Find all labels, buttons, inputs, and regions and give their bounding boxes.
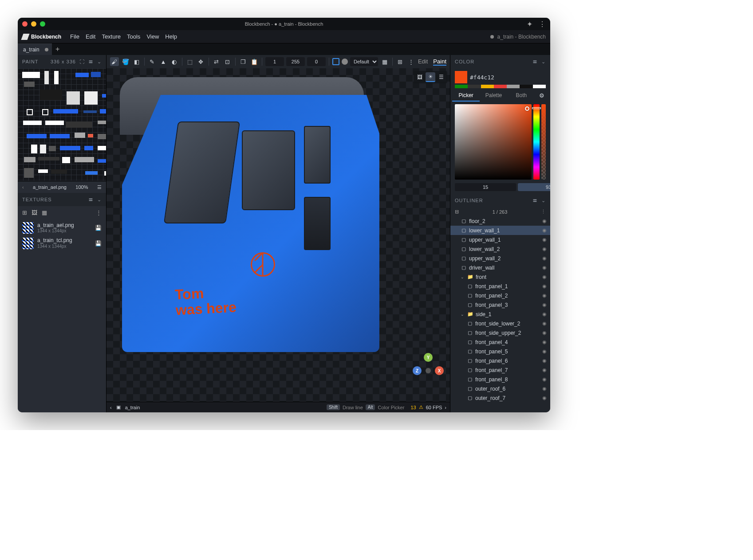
menu-view[interactable]: View bbox=[146, 33, 159, 40]
extension-icon[interactable]: ✦ bbox=[527, 20, 532, 28]
visibility-icon[interactable]: ◉ bbox=[542, 330, 547, 336]
color-tab-picker[interactable]: Picker bbox=[452, 90, 480, 102]
gizmo-y-icon[interactable]: Y bbox=[424, 353, 433, 362]
brush-tool-icon[interactable]: 🖌 bbox=[110, 57, 119, 66]
outliner-item[interactable]: ▢front_panel_1◉ bbox=[450, 282, 550, 291]
outliner-item[interactable]: ▢front_panel_6◉ bbox=[450, 356, 550, 365]
pixel-grid-icon[interactable]: ▦ bbox=[380, 57, 389, 66]
chevron-down-icon[interactable]: ⌄ bbox=[97, 197, 102, 203]
visibility-icon[interactable]: ◉ bbox=[542, 367, 547, 373]
visibility-icon[interactable]: ◉ bbox=[542, 311, 547, 317]
visibility-icon[interactable]: ◉ bbox=[542, 395, 547, 401]
save-icon[interactable]: 💾 bbox=[95, 225, 102, 231]
outliner-item[interactable]: ▢front_side_upper_2◉ bbox=[450, 328, 550, 337]
save-icon[interactable]: 💾 bbox=[95, 240, 102, 247]
visibility-icon[interactable]: ◉ bbox=[542, 321, 547, 326]
menu-texture[interactable]: Texture bbox=[102, 33, 121, 40]
texture-more-icon[interactable]: ⋮ bbox=[96, 209, 102, 216]
color-settings-icon[interactable]: ⚙ bbox=[535, 90, 548, 102]
outliner-more-icon[interactable]: ⋮ bbox=[541, 209, 546, 215]
blend-circle-icon[interactable] bbox=[342, 59, 348, 65]
visibility-icon[interactable]: ◉ bbox=[542, 246, 547, 252]
visibility-icon[interactable]: ◉ bbox=[542, 274, 547, 280]
maximize-button[interactable] bbox=[40, 21, 45, 27]
app-logo[interactable]: Blockbench bbox=[22, 34, 61, 40]
visibility-icon[interactable]: ◉ bbox=[542, 293, 547, 298]
eraser-tool-icon[interactable]: ◧ bbox=[132, 57, 141, 66]
minimize-button[interactable] bbox=[31, 21, 36, 27]
menu-file[interactable]: File bbox=[70, 33, 79, 40]
view-shading-icon[interactable]: ☀ bbox=[426, 72, 435, 82]
tab-a-train[interactable]: a_train bbox=[18, 43, 52, 55]
outliner-item[interactable]: ▢front_panel_8◉ bbox=[450, 375, 550, 384]
color-tab-both[interactable]: Both bbox=[508, 90, 535, 102]
swatch[interactable] bbox=[507, 85, 520, 88]
outliner-item[interactable]: ▢front_side_lower_2◉ bbox=[450, 319, 550, 328]
uv-list-icon[interactable]: ☰ bbox=[97, 184, 102, 190]
visibility-icon[interactable]: ◉ bbox=[542, 302, 547, 308]
color-hue-slider[interactable] bbox=[533, 104, 540, 180]
color-tab-palette[interactable]: Palette bbox=[480, 90, 507, 102]
texture-item[interactable]: a_train_ael.png 1344 x 1344px 💾 bbox=[18, 220, 106, 235]
outliner-item[interactable]: ▢upper_wall_1◉ bbox=[450, 235, 550, 244]
swatch[interactable] bbox=[520, 85, 532, 88]
outliner-item[interactable]: ⌄📁front◉ bbox=[450, 272, 550, 282]
color-alpha-slider[interactable] bbox=[541, 104, 546, 180]
outliner-item[interactable]: ▢upper_wall_2◉ bbox=[450, 254, 550, 263]
gizmo-z-icon[interactable]: Z bbox=[413, 366, 422, 375]
move-tool-icon[interactable]: ✥ bbox=[197, 57, 205, 66]
swatch[interactable] bbox=[455, 85, 468, 88]
color-swatch-main[interactable] bbox=[455, 71, 467, 83]
copy-tool-icon[interactable]: ❐ bbox=[239, 57, 248, 66]
select-tool-icon[interactable]: ⬚ bbox=[185, 57, 194, 66]
outliner-item[interactable]: ▢front_panel_2◉ bbox=[450, 291, 550, 300]
nav-forward-icon[interactable]: › bbox=[445, 405, 446, 410]
tab-dirty-icon[interactable] bbox=[45, 48, 48, 51]
warning-count[interactable]: 13 bbox=[410, 405, 416, 410]
add-texture-icon[interactable]: ⊞ bbox=[22, 209, 27, 216]
visibility-icon[interactable]: ◉ bbox=[542, 386, 547, 392]
visibility-icon[interactable]: ◉ bbox=[542, 376, 547, 382]
outliner-item[interactable]: ⌄📁side_1◉ bbox=[450, 309, 550, 319]
menu-help[interactable]: Help bbox=[165, 33, 177, 40]
outliner-item[interactable]: ▢front_panel_4◉ bbox=[450, 337, 550, 347]
shape-tool-icon[interactable]: ▲ bbox=[159, 57, 168, 66]
visibility-icon[interactable]: ◉ bbox=[542, 265, 547, 270]
mirror-tool-icon[interactable]: ⇄ bbox=[212, 57, 221, 66]
hue-input[interactable] bbox=[455, 183, 516, 191]
more-icon[interactable]: ⋮ bbox=[539, 20, 546, 28]
visibility-icon[interactable]: ◉ bbox=[542, 349, 547, 354]
swatch[interactable] bbox=[468, 85, 481, 88]
view-settings-icon[interactable]: ☰ bbox=[436, 72, 446, 82]
view-image-icon[interactable]: 🖼 bbox=[415, 72, 425, 82]
texture-item[interactable]: a_train_tcl.png 1344 x 1344px 💾 bbox=[18, 235, 106, 251]
blend-square-icon[interactable] bbox=[332, 58, 339, 65]
gizmo-center-icon[interactable] bbox=[426, 368, 431, 373]
uv-editor[interactable] bbox=[18, 68, 106, 181]
outliner-item[interactable]: ▢outer_roof_7◉ bbox=[450, 393, 550, 403]
chevron-down-icon[interactable]: ⌄ bbox=[541, 198, 546, 204]
outliner-item[interactable]: ▢lower_wall_2◉ bbox=[450, 244, 550, 254]
expand-icon[interactable]: ⌄ bbox=[461, 275, 465, 279]
warning-icon[interactable]: ⚠ bbox=[419, 404, 423, 410]
visibility-icon[interactable]: ◉ bbox=[542, 237, 547, 243]
swatch[interactable] bbox=[481, 85, 494, 88]
outliner-item[interactable]: ▢front_panel_7◉ bbox=[450, 365, 550, 375]
visibility-icon[interactable]: ◉ bbox=[542, 339, 547, 345]
orientation-gizmo[interactable]: Y X Z bbox=[413, 353, 444, 384]
panel-options-icon[interactable]: 〓 bbox=[532, 197, 538, 204]
visibility-icon[interactable]: ◉ bbox=[542, 283, 547, 289]
uv-prev-icon[interactable]: ‹ bbox=[22, 184, 24, 190]
visibility-icon[interactable]: ◉ bbox=[542, 358, 547, 364]
outliner-item[interactable]: ▢front_panel_5◉ bbox=[450, 347, 550, 356]
panel-options-icon[interactable]: 〓 bbox=[532, 59, 538, 65]
grid-view-icon[interactable]: ▦ bbox=[42, 209, 47, 216]
outliner-item[interactable]: ▢driver_wall◉ bbox=[450, 263, 550, 272]
menu-edit[interactable]: Edit bbox=[86, 33, 95, 40]
lock-tool-icon[interactable]: ⊡ bbox=[223, 57, 232, 66]
visibility-icon[interactable]: ◉ bbox=[542, 227, 547, 233]
chevron-down-icon[interactable]: ⌄ bbox=[541, 59, 546, 65]
blend-mode-select[interactable]: Default bbox=[350, 57, 378, 66]
toolbar-more-icon[interactable]: ⋮ bbox=[407, 57, 416, 66]
brush-softness-input[interactable] bbox=[307, 57, 326, 66]
